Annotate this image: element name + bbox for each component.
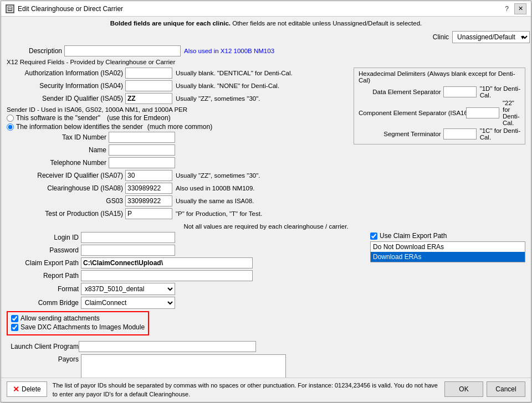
radio-sender-2-label: The information below identifies the sen… [16, 123, 143, 131]
isa02-hint: Usually blank. "DENTICAL" for Denti-Cal. [176, 70, 293, 76]
claim-export-label: Claim Export Path [7, 259, 79, 267]
isa07-row: Receiver ID Qualifier (ISA07) Usually "Z… [7, 170, 349, 181]
use-claim-export-label: Use Claim Export Path [380, 232, 447, 240]
password-row: Password [7, 245, 365, 256]
save-dxc-label: Save DXC Attachments to Images Module [21, 323, 145, 331]
launch-client-row: Launch Client Program [7, 341, 525, 352]
footer: ✕ Delete The list of payor IDs should be… [1, 378, 531, 402]
title-bar: Edit Clearinghouse or Direct Carrier ? ✕ [1, 1, 531, 17]
login-id-input[interactable] [81, 232, 175, 243]
tax-id-label: Tax ID Number [7, 133, 106, 141]
clinic-label: Clinic [433, 33, 449, 41]
telephone-row: Telephone Number [7, 157, 349, 168]
bold-notice: Bolded fields are unique for each clinic… [7, 20, 525, 27]
lower-right: Use Claim Export Path Do Not Download ER… [370, 232, 525, 338]
era-item-no-download[interactable]: Do Not Download ERAs [371, 242, 525, 252]
description-label: Description [7, 47, 62, 55]
hex-title: Hexadecimal Delimiters (Always blank exc… [359, 70, 520, 84]
launch-client-label: Launch Client Program [7, 343, 79, 350]
hex-data-element-hint: "1D" for Denti-Cal. [480, 85, 520, 99]
name-label: Name [7, 146, 106, 154]
isa02-input[interactable] [125, 68, 172, 79]
isa08-input[interactable] [125, 183, 172, 194]
password-input[interactable] [81, 245, 175, 256]
payors-textarea[interactable] [81, 354, 286, 378]
isa15-input[interactable] [125, 208, 172, 219]
comm-bridge-label: Comm Bridge [7, 299, 79, 307]
delete-button[interactable]: ✕ Delete [7, 381, 47, 397]
hex-component-input[interactable] [466, 107, 499, 118]
use-claim-row: Use Claim Export Path [370, 232, 525, 240]
login-id-label: Login ID [7, 234, 79, 241]
payors-label: Payors [7, 354, 79, 363]
hex-data-element-input[interactable] [443, 86, 477, 97]
isa05-label: Sender ID Qualifier (ISA05) [7, 95, 123, 102]
save-dxc-row: Save DXC Attachments to Images Module [11, 323, 145, 331]
name-input[interactable] [109, 144, 175, 156]
claim-export-input[interactable] [81, 257, 253, 268]
isa07-hint: Usually "ZZ", sometimes "30". [176, 172, 260, 179]
help-button[interactable]: ? [505, 5, 509, 13]
password-label: Password [7, 246, 79, 254]
comm-bridge-select[interactable]: ClaimConnect None [81, 297, 175, 309]
tax-id-input[interactable] [109, 132, 175, 143]
radio-sender-1-label: This software is the "sender" [16, 114, 100, 122]
hex-segment-input[interactable] [443, 128, 477, 140]
isa04-row: Security Information (ISA04) Usually bla… [7, 80, 349, 91]
description-input[interactable] [64, 45, 181, 56]
content-area: Bolded fields are unique for each clinic… [1, 17, 531, 378]
radio-sender-1-hint: (use this for Emdeon) [107, 114, 171, 122]
isa08-row: Clearinghouse ID (ISA08) Also used in 10… [7, 183, 349, 194]
hex-component-hint: "22" for Denti-Cal. [503, 100, 520, 126]
isa15-hint: "P" for Production, "T" for Test. [176, 210, 262, 217]
lower-section: Login ID Password Claim Export Path Repo… [7, 232, 525, 338]
svg-rect-1 [8, 7, 12, 8]
allow-sending-label: Allow sending attachments [21, 314, 100, 322]
save-dxc-checkbox[interactable] [11, 324, 18, 331]
isa04-hint: Usually blank. "NONE" for Denti-Cal. [176, 82, 279, 89]
report-path-row: Report Path [7, 270, 365, 281]
main-window: Edit Clearinghouse or Direct Carrier ? ✕… [1, 1, 531, 402]
svg-rect-2 [8, 9, 12, 10]
x12-section: Authorization Information (ISA02) Usuall… [7, 68, 525, 221]
isa02-row: Authorization Information (ISA02) Usuall… [7, 68, 349, 79]
isa08-label: Clearinghouse ID (ISA08) [7, 184, 123, 192]
radio-sender-row1: This software is the "sender" (use this … [7, 114, 349, 122]
report-path-input[interactable] [81, 270, 253, 281]
isa04-input[interactable] [125, 80, 172, 91]
format-select[interactable]: x837D_5010_dental x837I_5010_medical [81, 283, 175, 295]
radio-sender-2-hint: (much more common) [147, 123, 212, 131]
era-item-download[interactable]: Download ERAs [371, 252, 525, 262]
radio-sender-1[interactable] [7, 115, 14, 122]
gs03-input[interactable] [125, 195, 172, 206]
gs03-hint: Usually the same as ISA08. [176, 198, 254, 204]
hex-component-label: Component Element Separator (ISA16) [359, 110, 464, 116]
cancel-button[interactable]: Cancel [487, 381, 525, 397]
use-claim-export-checkbox[interactable] [370, 232, 377, 240]
claim-export-row: Claim Export Path [7, 257, 365, 268]
telephone-label: Telephone Number [7, 159, 106, 167]
allow-sending-checkbox[interactable] [11, 315, 18, 322]
tax-id-row: Tax ID Number [7, 132, 349, 143]
telephone-input[interactable] [109, 157, 175, 168]
hex-segment-label: Segment Terminator [359, 131, 441, 137]
format-row: Format x837D_5010_dental x837I_5010_medi… [7, 283, 365, 295]
isa07-input[interactable] [125, 170, 172, 181]
hex-data-element-row: Data Element Separator "1D" for Denti-Ca… [359, 85, 520, 99]
gs03-label: GS03 [7, 197, 123, 205]
close-button[interactable]: ✕ [514, 3, 526, 14]
name-row: Name [7, 144, 349, 156]
footer-buttons: OK Cancel [444, 381, 525, 397]
not-all-msg: Not all values are required by each clea… [7, 223, 525, 230]
launch-client-input[interactable] [79, 341, 256, 352]
isa07-label: Receiver ID Qualifier (ISA07) [7, 172, 123, 179]
radio-sender-2[interactable] [7, 123, 14, 131]
clinic-select[interactable]: Unassigned/Default [452, 31, 530, 43]
hex-segment-row: Segment Terminator "1C" for Denti-Cal. [359, 127, 520, 141]
hex-section-area: Hexadecimal Delimiters (Always blank exc… [354, 68, 525, 221]
attachments-section: Allow sending attachments Save DXC Attac… [7, 311, 365, 338]
lower-left: Login ID Password Claim Export Path Repo… [7, 232, 365, 338]
hex-component-row: Component Element Separator (ISA16) "22"… [359, 100, 520, 126]
ok-button[interactable]: OK [444, 381, 483, 397]
isa05-input[interactable] [125, 93, 172, 104]
